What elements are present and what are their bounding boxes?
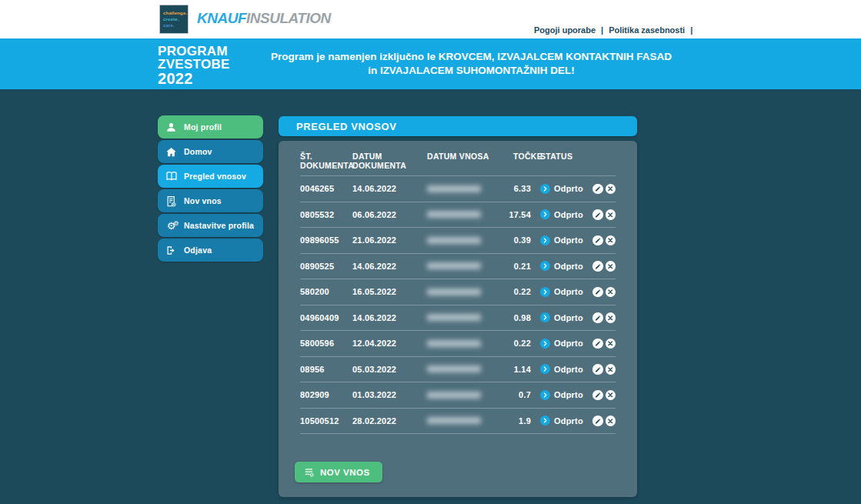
cell-actions — [586, 390, 616, 401]
program-banner: PROGRAM ZVESTOBE 2022 Program je namenje… — [0, 38, 861, 89]
cell-st-dokumenta: 08956 — [300, 365, 352, 374]
sidebar-item-label: Pregled vnosov — [184, 172, 246, 181]
status-open-icon — [540, 364, 550, 374]
status-label: Odprto — [554, 365, 583, 374]
redacted-date-value — [427, 262, 481, 269]
cell-datum-dokumenta: 14.06.2022 — [352, 262, 427, 271]
message-bold-1: KROVCEM, IZVAJALCEM KONTAKTNIH FASAD — [439, 51, 672, 62]
cell-tocke: 17.54 — [493, 210, 531, 219]
edit-icon[interactable] — [592, 364, 603, 375]
cell-datum-dokumenta: 12.04.2022 — [352, 339, 427, 348]
status-open-icon — [540, 339, 550, 349]
delete-icon[interactable] — [606, 339, 616, 349]
gears-icon: ⚙⚙ — [165, 219, 178, 232]
status-label: Odprto — [554, 210, 583, 219]
status-label: Odprto — [554, 184, 583, 193]
table-body: 0046265 14.06.2022 6.33 Odprto 0805532 0… — [300, 175, 616, 433]
cell-st-dokumenta: 04960409 — [300, 313, 352, 322]
nov-vnos-label: NOV VNOS — [320, 468, 370, 477]
table-row: 802909 01.03.2022 0.7 Odprto — [300, 382, 616, 408]
page-title: PREGLED VNOSOV — [279, 116, 637, 136]
cell-datum-dokumenta: 14.06.2022 — [352, 184, 427, 193]
cell-datum-dokumenta: 01.03.2022 — [352, 390, 427, 399]
top-bar: challenge. create. care. knaufinsulation… — [0, 0, 861, 38]
delete-icon[interactable] — [606, 209, 616, 220]
terms-link[interactable]: Pogoji uporabe — [534, 25, 596, 35]
edit-icon[interactable] — [592, 390, 603, 401]
table-row: 5800596 12.04.2022 0.22 Odprto — [300, 330, 616, 356]
cell-datum-dokumenta: 05.03.2022 — [352, 365, 427, 374]
cell-datum-dokumenta: 28.02.2022 — [352, 416, 427, 426]
table-row: 0046265 14.06.2022 6.33 Odprto — [300, 175, 616, 202]
sidebar-item-moj-profil[interactable]: Moj profil — [158, 115, 263, 139]
cell-actions — [586, 416, 616, 426]
delete-icon[interactable] — [606, 312, 616, 323]
list-add-icon — [304, 467, 315, 478]
cell-datum-vnosa — [427, 211, 493, 218]
table-row: 0890525 14.06.2022 0.21 Odprto — [300, 253, 616, 279]
header-datum-vnosa: DATUM VNOSA — [427, 152, 493, 161]
brand-knauf: knauf — [197, 10, 246, 26]
message-normal: Program je namenjen izključno le — [271, 51, 439, 62]
table-bottom-divider — [300, 433, 616, 434]
nov-vnos-button[interactable]: NOV VNOS — [295, 462, 382, 482]
cell-tocke: 0.7 — [493, 390, 531, 399]
edit-icon[interactable] — [592, 312, 603, 323]
delete-icon[interactable] — [606, 261, 616, 272]
sidebar-item-label: Odjava — [184, 245, 212, 255]
status-open-icon — [540, 209, 550, 219]
knauf-challenge-logo: challenge. create. care. — [159, 5, 189, 34]
cell-st-dokumenta: 802909 — [300, 390, 352, 399]
status-open-icon — [540, 184, 550, 194]
cell-tocke: 1.9 — [493, 416, 531, 426]
sidebar-item-domov[interactable]: Domov — [158, 140, 263, 163]
cell-status: Odprto — [531, 209, 586, 219]
redacted-date-value — [427, 365, 481, 372]
knauf-insulation-logo: knaufinsulation — [197, 10, 331, 27]
sidebar-item-nastavitve-profila[interactable]: ⚙⚙ Nastavitve profila — [158, 214, 263, 237]
open-book-icon — [165, 170, 178, 183]
sidebar-item-label: Nastavitve profila — [184, 221, 254, 230]
cell-status: Odprto — [531, 235, 586, 245]
cell-datum-dokumenta: 16.05.2022 — [352, 287, 427, 296]
header-st-dokumenta: ŠT. DOKUMENTA — [300, 152, 352, 170]
edit-icon[interactable] — [592, 416, 603, 426]
logo-line: challenge. — [163, 10, 188, 16]
delete-icon[interactable] — [606, 184, 616, 195]
sidebar-item-pregled-vnosov[interactable]: Pregled vnosov — [158, 165, 263, 188]
sidebar-item-nov-vnos[interactable]: Nov vnos — [158, 189, 263, 212]
status-open-icon — [540, 312, 550, 322]
entries-table: ŠT. DOKUMENTA DATUM DOKUMENTA DATUM VNOS… — [300, 152, 616, 434]
delete-icon[interactable] — [606, 416, 616, 426]
cell-datum-vnosa — [427, 262, 493, 269]
delete-icon[interactable] — [606, 287, 616, 298]
cell-datum-vnosa — [427, 417, 493, 424]
brand-insulation: insulation — [246, 10, 331, 26]
edit-icon[interactable] — [592, 209, 603, 220]
status-label: Odprto — [554, 313, 583, 322]
cell-actions — [586, 287, 616, 298]
edit-icon[interactable] — [592, 287, 603, 298]
edit-icon[interactable] — [592, 184, 603, 195]
cell-st-dokumenta: 0890525 — [300, 262, 352, 271]
sidebar-item-label: Domov — [184, 147, 212, 156]
sidebar-item-odjava[interactable]: Odjava — [158, 239, 263, 262]
program-title: PROGRAM ZVESTOBE 2022 — [158, 45, 230, 86]
delete-icon[interactable] — [606, 390, 616, 401]
cell-st-dokumenta: 5800596 — [300, 339, 352, 348]
redacted-date-value — [427, 417, 481, 424]
delete-icon[interactable] — [606, 235, 616, 246]
edit-icon[interactable] — [592, 235, 603, 246]
cell-status: Odprto — [531, 390, 586, 400]
edit-icon[interactable] — [592, 261, 603, 272]
redacted-date-value — [427, 392, 481, 399]
privacy-link[interactable]: Politika zasebnosti — [609, 25, 685, 35]
delete-icon[interactable] — [606, 364, 616, 375]
redacted-date-value — [427, 211, 481, 218]
status-open-icon — [540, 390, 550, 400]
edit-icon[interactable] — [592, 339, 603, 349]
cell-status: Odprto — [531, 364, 586, 374]
cell-tocke: 0.39 — [493, 235, 531, 245]
cell-datum-vnosa — [427, 365, 493, 372]
redacted-date-value — [427, 314, 481, 321]
